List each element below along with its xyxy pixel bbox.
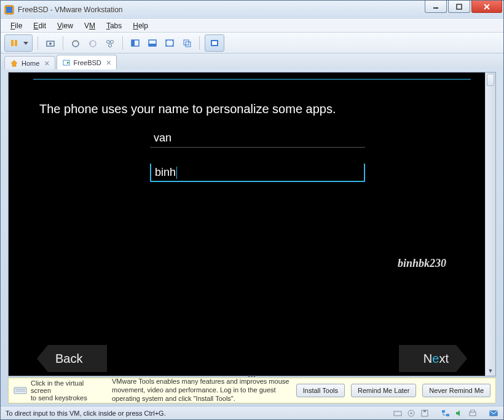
unity-button[interactable] bbox=[179, 36, 194, 50]
network-icon[interactable] bbox=[441, 408, 451, 418]
first-name-input[interactable]: van bbox=[150, 129, 365, 148]
toolbar bbox=[1, 33, 503, 53]
home-icon bbox=[10, 59, 18, 68]
snapshot-button[interactable] bbox=[43, 36, 58, 50]
vm-console[interactable]: The phone uses your name to personalize … bbox=[9, 73, 495, 376]
fullscreen-button[interactable] bbox=[162, 36, 177, 50]
menubar: File Edit View VM Tabs Help bbox=[1, 19, 503, 33]
hint-text: Click in the virtual screen bbox=[31, 379, 106, 394]
menu-edit[interactable]: Edit bbox=[28, 20, 51, 31]
svg-point-14 bbox=[111, 40, 114, 43]
vm-console-frame: The phone uses your name to personalize … bbox=[8, 72, 496, 376]
keyboard-icon bbox=[14, 385, 27, 396]
install-tools-button[interactable]: Install Tools bbox=[296, 384, 345, 397]
never-remind-button[interactable]: Never Remind Me bbox=[422, 384, 490, 397]
svg-rect-35 bbox=[442, 410, 445, 413]
stretch-mode-button[interactable] bbox=[207, 36, 222, 50]
manage-snapshots-button[interactable] bbox=[103, 36, 117, 50]
menu-help[interactable]: Help bbox=[128, 20, 153, 31]
svg-rect-38 bbox=[471, 410, 474, 412]
tab-close-icon[interactable]: × bbox=[44, 60, 49, 66]
vm-scrollbar[interactable]: ▲ ▼ bbox=[485, 73, 495, 376]
sound-icon[interactable] bbox=[454, 408, 464, 418]
menu-view[interactable]: View bbox=[52, 20, 78, 31]
svg-marker-8 bbox=[23, 42, 28, 45]
menu-vm[interactable]: VM bbox=[79, 20, 100, 31]
tab-home[interactable]: Home × bbox=[4, 56, 55, 69]
hdd-icon[interactable] bbox=[393, 408, 403, 418]
window-title: FreeBSD - VMware Workstation bbox=[18, 6, 123, 14]
notification-bar: Click in the virtual screen to send keys… bbox=[8, 378, 496, 403]
message-icon[interactable] bbox=[489, 408, 498, 418]
header-underline bbox=[33, 79, 471, 80]
svg-rect-34 bbox=[423, 410, 426, 412]
last-name-input[interactable]: binh bbox=[150, 164, 365, 182]
hint-text: to send keystrokes bbox=[31, 394, 106, 402]
svg-rect-37 bbox=[470, 412, 476, 416]
svg-rect-36 bbox=[446, 414, 449, 416]
revert-snapshot-button[interactable] bbox=[85, 36, 100, 50]
svg-rect-24 bbox=[212, 41, 217, 45]
svg-rect-30 bbox=[394, 411, 401, 416]
svg-point-32 bbox=[411, 412, 412, 414]
tab-close-icon[interactable]: × bbox=[106, 60, 111, 66]
statusbar: To direct input to this VM, click inside… bbox=[1, 406, 503, 419]
svg-rect-22 bbox=[186, 42, 191, 47]
svg-point-15 bbox=[109, 44, 112, 47]
tabstrip: Home × FreeBSD × bbox=[1, 53, 503, 69]
power-dropdown[interactable] bbox=[22, 36, 30, 50]
close-button[interactable] bbox=[471, 1, 502, 13]
status-text: To direct input to this VM, click inside… bbox=[6, 410, 166, 417]
app-window: FreeBSD - VMware Workstation File Edit V… bbox=[0, 0, 504, 420]
svg-rect-17 bbox=[132, 40, 135, 46]
scroll-thumb[interactable] bbox=[487, 74, 494, 86]
status-icons bbox=[393, 408, 498, 418]
svg-rect-19 bbox=[149, 44, 156, 46]
svg-rect-27 bbox=[14, 387, 26, 394]
take-snapshot-button[interactable] bbox=[68, 36, 83, 50]
tab-freebsd[interactable]: FreeBSD × bbox=[57, 55, 117, 69]
back-button[interactable]: Back bbox=[37, 345, 107, 372]
pause-button[interactable] bbox=[7, 36, 22, 50]
floppy-icon[interactable] bbox=[420, 408, 430, 418]
svg-point-13 bbox=[107, 40, 110, 43]
tab-label: FreeBSD bbox=[74, 59, 101, 66]
svg-rect-3 bbox=[457, 4, 462, 9]
next-button[interactable]: Next bbox=[399, 345, 467, 372]
show-console-button[interactable] bbox=[128, 36, 143, 50]
minimize-button[interactable] bbox=[425, 1, 447, 13]
titlebar: FreeBSD - VMware Workstation bbox=[1, 1, 503, 19]
svg-rect-1 bbox=[6, 7, 12, 13]
setup-prompt: The phone uses your name to personalize … bbox=[39, 102, 336, 116]
menu-file[interactable]: File bbox=[6, 20, 27, 31]
tab-label: Home bbox=[22, 60, 39, 67]
maximize-button[interactable] bbox=[448, 1, 470, 13]
svg-rect-21 bbox=[184, 40, 189, 45]
app-icon bbox=[4, 5, 14, 15]
watermark-text: binhbk230 bbox=[398, 257, 446, 270]
svg-rect-7 bbox=[15, 40, 17, 46]
remind-later-button[interactable]: Remind Me Later bbox=[351, 384, 416, 397]
tools-message: VMware Tools enables many features and i… bbox=[112, 378, 290, 403]
svg-rect-6 bbox=[11, 40, 14, 46]
vm-icon bbox=[62, 58, 71, 67]
cd-icon[interactable] bbox=[406, 408, 416, 418]
menu-tabs[interactable]: Tabs bbox=[101, 20, 127, 31]
svg-point-10 bbox=[49, 42, 52, 45]
thumbnail-button[interactable] bbox=[145, 36, 160, 50]
printer-icon[interactable] bbox=[468, 408, 478, 418]
